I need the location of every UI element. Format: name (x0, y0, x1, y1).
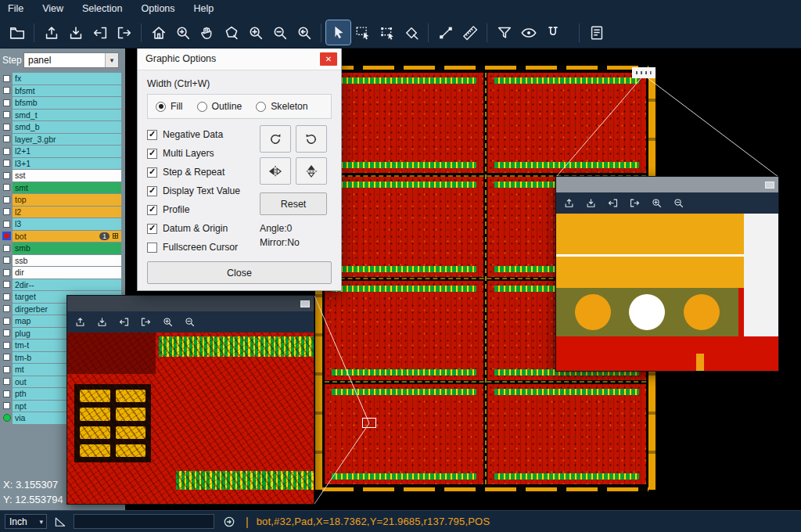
layer-visibility-checkbox[interactable] (2, 255, 12, 267)
layer-visibility-checkbox[interactable] (2, 364, 12, 376)
layer-row[interactable]: l2+1 (2, 146, 121, 157)
layer-visibility-checkbox[interactable] (2, 121, 12, 133)
pan-button[interactable] (195, 20, 219, 45)
layer-visibility-checkbox[interactable] (2, 182, 12, 194)
checkbox-icon[interactable] (147, 186, 157, 196)
layer-visibility-checkbox[interactable] (2, 146, 12, 157)
layer-row[interactable]: ssb (2, 255, 121, 267)
layer-row[interactable]: layer_3.gbr (2, 134, 121, 146)
layer-row[interactable]: dir (2, 267, 121, 279)
menu-selection[interactable]: Selection (82, 3, 122, 14)
snap-button[interactable] (541, 20, 565, 45)
layer-row[interactable]: top (2, 194, 121, 206)
magnifier-title-bar[interactable] (67, 296, 314, 311)
layer-visibility-checkbox[interactable] (2, 170, 12, 182)
check-fullscreen-cursor[interactable]: Fullscreen Cursor (147, 238, 260, 257)
layer-row[interactable]: bfsmb (2, 97, 121, 109)
layer-visibility-checkbox[interactable] (2, 85, 12, 97)
layer-name[interactable]: l2+1 (13, 146, 121, 157)
board-cell[interactable] (325, 384, 483, 484)
polygon-select-button[interactable] (219, 20, 243, 45)
layer-row[interactable]: smd_b (2, 121, 121, 133)
measure-line-button[interactable] (433, 20, 458, 45)
radio-outline[interactable]: Outline (197, 101, 242, 112)
radio-skeleton[interactable]: Skeleton (256, 101, 307, 112)
board-cell[interactable] (487, 73, 646, 173)
rotate-cw-button[interactable] (260, 125, 291, 153)
layer-visibility-checkbox[interactable] (2, 267, 12, 279)
box-arrow-left-icon[interactable] (118, 316, 130, 328)
layer-name[interactable]: layer_3.gbr (13, 134, 121, 146)
zoom-out-icon[interactable] (184, 316, 196, 328)
board-cell[interactable] (325, 73, 483, 173)
unit-dropdown[interactable]: Inch ▾ (5, 514, 47, 529)
layer-name[interactable]: smd_t (13, 110, 121, 121)
radio-icon[interactable] (256, 102, 266, 112)
check-negative-data[interactable]: Negative Data (147, 125, 260, 144)
layer-name[interactable]: fx (13, 73, 121, 84)
box-arrow-left-icon[interactable] (607, 197, 619, 209)
layer-name[interactable]: bfsmb (13, 97, 121, 109)
filter-button[interactable] (492, 20, 516, 45)
layer-row[interactable]: smb (2, 243, 121, 254)
layer-name[interactable]: l2 (13, 207, 121, 218)
layer-visibility-checkbox[interactable] (2, 401, 12, 412)
menu-file[interactable]: File (8, 3, 23, 14)
layer-name[interactable]: smb (13, 243, 121, 254)
command-input[interactable] (74, 514, 214, 529)
rect-select-button[interactable] (350, 20, 375, 45)
layer-row[interactable]: smd_t (2, 110, 121, 121)
layer-row[interactable]: 2dir-- (2, 279, 121, 291)
group-select-button[interactable] (375, 20, 399, 45)
layer-visibility-checkbox[interactable] (2, 340, 12, 351)
magnifier-title-bar[interactable] (556, 177, 778, 192)
check-datum-origin[interactable]: Datum & Origin (147, 219, 260, 238)
chevron-down-icon[interactable]: ▾ (39, 518, 46, 526)
import-top-button[interactable] (39, 20, 63, 45)
layer-row[interactable]: fx (2, 73, 121, 84)
layer-row[interactable]: smt (2, 182, 121, 194)
magnifier-window-1[interactable] (66, 295, 314, 505)
rotate-ccw-button[interactable] (296, 125, 327, 153)
box-arrow-down-icon[interactable] (96, 316, 108, 328)
board-cell[interactable] (487, 384, 646, 484)
dialog-title-bar[interactable]: Graphic Options ✕ (138, 48, 341, 70)
layer-name[interactable]: sst (13, 170, 121, 182)
magnifier-view[interactable] (556, 214, 778, 371)
checkbox-icon[interactable] (147, 205, 157, 215)
layer-visibility-checkbox[interactable] (2, 352, 12, 364)
import-left-button[interactable] (88, 20, 112, 45)
layer-name[interactable]: dir (13, 267, 121, 279)
box-arrow-up-icon[interactable] (563, 197, 575, 209)
zoom-in-button[interactable] (243, 20, 268, 45)
layer-visibility-checkbox[interactable] (2, 388, 12, 400)
layer-visibility-checkbox[interactable] (2, 304, 12, 315)
home-view-button[interactable] (146, 20, 171, 45)
layer-row[interactable]: l3 (2, 218, 121, 230)
layer-visibility-checkbox[interactable] (2, 110, 12, 121)
chevron-down-icon[interactable]: ▾ (105, 53, 118, 67)
checkbox-icon[interactable] (147, 224, 157, 234)
layer-visibility-checkbox[interactable] (2, 328, 12, 340)
radio-icon[interactable] (197, 102, 207, 112)
layer-row[interactable]: sst (2, 170, 121, 182)
box-arrow-right-icon[interactable] (629, 197, 641, 209)
zoom-previous-button[interactable] (292, 20, 316, 45)
zoom-out-icon[interactable] (673, 197, 684, 209)
layer-visibility-checkbox[interactable] (2, 194, 12, 206)
layer-name[interactable]: smd_b (13, 121, 121, 133)
check-display-text-value[interactable]: Display Text Value (147, 182, 260, 200)
go-circle-icon[interactable] (222, 515, 236, 529)
zoom-window-button[interactable] (171, 20, 195, 45)
radio-icon[interactable] (156, 102, 166, 112)
layer-visibility-checkbox[interactable] (2, 279, 12, 291)
layer-visibility-checkbox[interactable] (2, 315, 12, 327)
layer-visibility-checkbox[interactable] (2, 73, 12, 84)
import-right-button[interactable] (112, 20, 136, 45)
layer-visibility-checkbox[interactable] (2, 158, 12, 170)
check-step-repeat[interactable]: Step & Repeat (147, 163, 260, 182)
layer-visibility-checkbox[interactable] (2, 97, 12, 109)
layer-row[interactable]: l3+1 (2, 158, 121, 170)
report-button[interactable] (584, 20, 609, 45)
layer-row-active[interactable]: bot 1 (2, 231, 121, 243)
